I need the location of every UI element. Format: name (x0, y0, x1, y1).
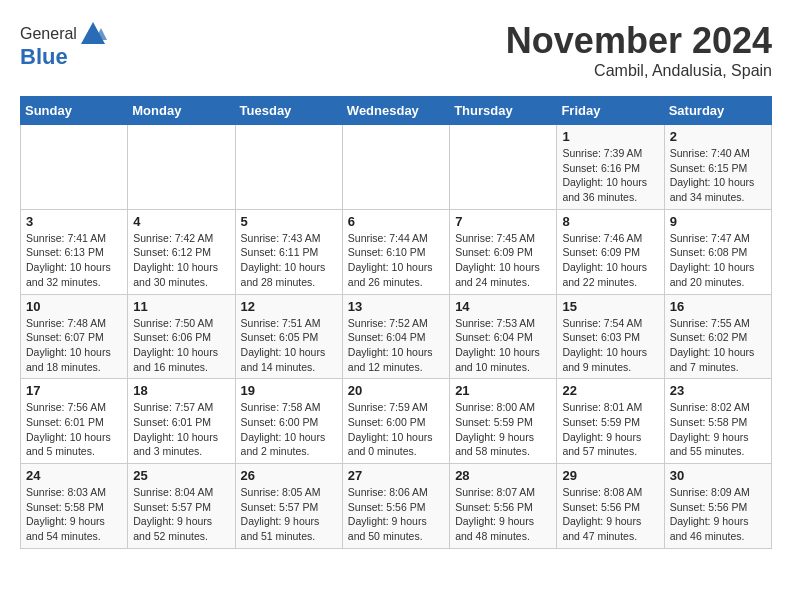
page-header: General Blue November 2024 Cambil, Andal… (20, 20, 772, 80)
calendar-cell: 24Sunrise: 8:03 AM Sunset: 5:58 PM Dayli… (21, 464, 128, 549)
day-info: Sunrise: 7:43 AM Sunset: 6:11 PM Dayligh… (241, 231, 337, 290)
day-number: 22 (562, 383, 658, 398)
day-info: Sunrise: 8:06 AM Sunset: 5:56 PM Dayligh… (348, 485, 444, 544)
day-number: 14 (455, 299, 551, 314)
calendar-cell (21, 125, 128, 210)
calendar-table: SundayMondayTuesdayWednesdayThursdayFrid… (20, 96, 772, 549)
calendar-day-header: Tuesday (235, 97, 342, 125)
day-number: 18 (133, 383, 229, 398)
calendar-cell: 26Sunrise: 8:05 AM Sunset: 5:57 PM Dayli… (235, 464, 342, 549)
location-title: Cambil, Andalusia, Spain (506, 62, 772, 80)
month-title: November 2024 (506, 20, 772, 62)
day-info: Sunrise: 8:02 AM Sunset: 5:58 PM Dayligh… (670, 400, 766, 459)
day-number: 7 (455, 214, 551, 229)
calendar-cell: 2Sunrise: 7:40 AM Sunset: 6:15 PM Daylig… (664, 125, 771, 210)
calendar-cell: 12Sunrise: 7:51 AM Sunset: 6:05 PM Dayli… (235, 294, 342, 379)
day-number: 27 (348, 468, 444, 483)
calendar-cell: 8Sunrise: 7:46 AM Sunset: 6:09 PM Daylig… (557, 209, 664, 294)
calendar-cell: 15Sunrise: 7:54 AM Sunset: 6:03 PM Dayli… (557, 294, 664, 379)
day-info: Sunrise: 7:39 AM Sunset: 6:16 PM Dayligh… (562, 146, 658, 205)
day-info: Sunrise: 8:00 AM Sunset: 5:59 PM Dayligh… (455, 400, 551, 459)
calendar-cell: 9Sunrise: 7:47 AM Sunset: 6:08 PM Daylig… (664, 209, 771, 294)
day-info: Sunrise: 8:04 AM Sunset: 5:57 PM Dayligh… (133, 485, 229, 544)
day-info: Sunrise: 7:48 AM Sunset: 6:07 PM Dayligh… (26, 316, 122, 375)
day-info: Sunrise: 7:51 AM Sunset: 6:05 PM Dayligh… (241, 316, 337, 375)
calendar-cell: 13Sunrise: 7:52 AM Sunset: 6:04 PM Dayli… (342, 294, 449, 379)
day-info: Sunrise: 8:01 AM Sunset: 5:59 PM Dayligh… (562, 400, 658, 459)
day-info: Sunrise: 7:46 AM Sunset: 6:09 PM Dayligh… (562, 231, 658, 290)
day-number: 13 (348, 299, 444, 314)
day-info: Sunrise: 7:40 AM Sunset: 6:15 PM Dayligh… (670, 146, 766, 205)
day-info: Sunrise: 7:59 AM Sunset: 6:00 PM Dayligh… (348, 400, 444, 459)
day-number: 24 (26, 468, 122, 483)
calendar-day-header: Saturday (664, 97, 771, 125)
day-number: 30 (670, 468, 766, 483)
day-number: 9 (670, 214, 766, 229)
day-info: Sunrise: 8:09 AM Sunset: 5:56 PM Dayligh… (670, 485, 766, 544)
logo-general-text: General (20, 25, 77, 43)
calendar-cell: 14Sunrise: 7:53 AM Sunset: 6:04 PM Dayli… (450, 294, 557, 379)
day-info: Sunrise: 7:52 AM Sunset: 6:04 PM Dayligh… (348, 316, 444, 375)
day-info: Sunrise: 7:53 AM Sunset: 6:04 PM Dayligh… (455, 316, 551, 375)
day-number: 29 (562, 468, 658, 483)
logo-icon (79, 20, 107, 48)
logo: General Blue (20, 20, 107, 70)
calendar-day-header: Thursday (450, 97, 557, 125)
day-number: 2 (670, 129, 766, 144)
calendar-cell: 11Sunrise: 7:50 AM Sunset: 6:06 PM Dayli… (128, 294, 235, 379)
calendar-cell: 20Sunrise: 7:59 AM Sunset: 6:00 PM Dayli… (342, 379, 449, 464)
calendar-cell: 17Sunrise: 7:56 AM Sunset: 6:01 PM Dayli… (21, 379, 128, 464)
calendar-cell (342, 125, 449, 210)
day-info: Sunrise: 8:03 AM Sunset: 5:58 PM Dayligh… (26, 485, 122, 544)
calendar-cell: 1Sunrise: 7:39 AM Sunset: 6:16 PM Daylig… (557, 125, 664, 210)
day-number: 6 (348, 214, 444, 229)
day-number: 15 (562, 299, 658, 314)
calendar-cell: 30Sunrise: 8:09 AM Sunset: 5:56 PM Dayli… (664, 464, 771, 549)
calendar-cell: 5Sunrise: 7:43 AM Sunset: 6:11 PM Daylig… (235, 209, 342, 294)
calendar-header: SundayMondayTuesdayWednesdayThursdayFrid… (21, 97, 772, 125)
day-info: Sunrise: 7:41 AM Sunset: 6:13 PM Dayligh… (26, 231, 122, 290)
day-info: Sunrise: 7:50 AM Sunset: 6:06 PM Dayligh… (133, 316, 229, 375)
day-info: Sunrise: 7:42 AM Sunset: 6:12 PM Dayligh… (133, 231, 229, 290)
day-number: 16 (670, 299, 766, 314)
calendar-cell: 6Sunrise: 7:44 AM Sunset: 6:10 PM Daylig… (342, 209, 449, 294)
day-number: 23 (670, 383, 766, 398)
day-number: 11 (133, 299, 229, 314)
day-number: 4 (133, 214, 229, 229)
day-number: 26 (241, 468, 337, 483)
day-number: 19 (241, 383, 337, 398)
calendar-cell: 22Sunrise: 8:01 AM Sunset: 5:59 PM Dayli… (557, 379, 664, 464)
day-info: Sunrise: 7:55 AM Sunset: 6:02 PM Dayligh… (670, 316, 766, 375)
calendar-cell: 10Sunrise: 7:48 AM Sunset: 6:07 PM Dayli… (21, 294, 128, 379)
day-number: 25 (133, 468, 229, 483)
day-info: Sunrise: 7:47 AM Sunset: 6:08 PM Dayligh… (670, 231, 766, 290)
calendar-cell: 27Sunrise: 8:06 AM Sunset: 5:56 PM Dayli… (342, 464, 449, 549)
day-info: Sunrise: 7:56 AM Sunset: 6:01 PM Dayligh… (26, 400, 122, 459)
day-info: Sunrise: 7:57 AM Sunset: 6:01 PM Dayligh… (133, 400, 229, 459)
day-info: Sunrise: 8:07 AM Sunset: 5:56 PM Dayligh… (455, 485, 551, 544)
day-number: 3 (26, 214, 122, 229)
calendar-day-header: Friday (557, 97, 664, 125)
day-info: Sunrise: 7:58 AM Sunset: 6:00 PM Dayligh… (241, 400, 337, 459)
day-info: Sunrise: 7:44 AM Sunset: 6:10 PM Dayligh… (348, 231, 444, 290)
day-number: 12 (241, 299, 337, 314)
day-info: Sunrise: 7:54 AM Sunset: 6:03 PM Dayligh… (562, 316, 658, 375)
day-number: 10 (26, 299, 122, 314)
calendar-day-header: Monday (128, 97, 235, 125)
calendar-day-header: Wednesday (342, 97, 449, 125)
day-number: 5 (241, 214, 337, 229)
day-number: 21 (455, 383, 551, 398)
calendar-cell: 25Sunrise: 8:04 AM Sunset: 5:57 PM Dayli… (128, 464, 235, 549)
calendar-day-header: Sunday (21, 97, 128, 125)
calendar-cell: 28Sunrise: 8:07 AM Sunset: 5:56 PM Dayli… (450, 464, 557, 549)
day-number: 8 (562, 214, 658, 229)
day-info: Sunrise: 8:05 AM Sunset: 5:57 PM Dayligh… (241, 485, 337, 544)
title-block: November 2024 Cambil, Andalusia, Spain (506, 20, 772, 80)
calendar-cell: 23Sunrise: 8:02 AM Sunset: 5:58 PM Dayli… (664, 379, 771, 464)
calendar-cell: 7Sunrise: 7:45 AM Sunset: 6:09 PM Daylig… (450, 209, 557, 294)
day-number: 17 (26, 383, 122, 398)
calendar-cell (235, 125, 342, 210)
day-number: 20 (348, 383, 444, 398)
day-info: Sunrise: 8:08 AM Sunset: 5:56 PM Dayligh… (562, 485, 658, 544)
day-number: 1 (562, 129, 658, 144)
